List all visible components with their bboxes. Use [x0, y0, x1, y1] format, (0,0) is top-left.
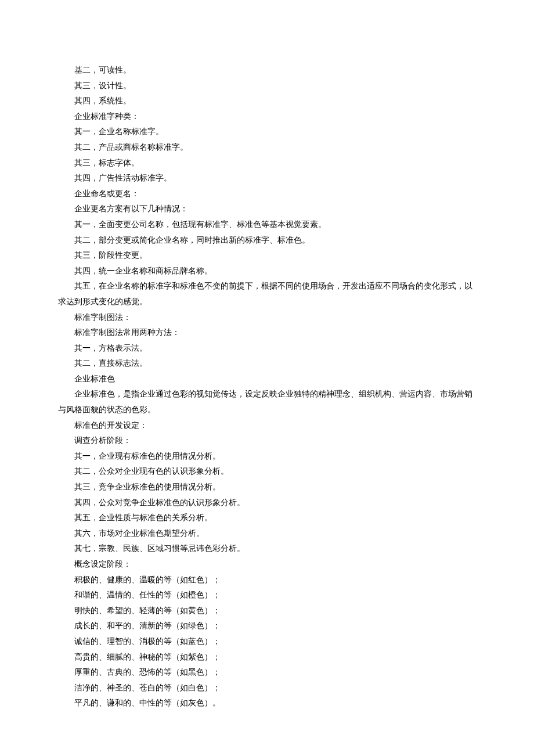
text-line: 积极的、健康的、温暖的等（如红色）；: [58, 573, 476, 588]
text-line: 其四，公众对竞争企业标准色的认识形象分析。: [58, 495, 476, 511]
document-body: 基二，可读性。 其三，设计性。 其四，系统性。 企业标准字种类： 其一，企业名称…: [58, 63, 476, 711]
text-line: 其三，竞争企业标准色的使用情况分析。: [58, 480, 476, 495]
text-line: 调查分析阶段：: [58, 433, 476, 449]
text-line: 平凡的、谦和的、中性的等（如灰色）。: [58, 696, 476, 711]
text-line: 其一，企业现有标准色的使用情况分析。: [58, 449, 476, 465]
text-line: 其四，统一企业名称和商标品牌名称。: [58, 264, 476, 279]
text-line: 标准色的开发设定：: [58, 418, 476, 434]
text-line: 其二，公众对企业现有色的认识形象分析。: [58, 464, 476, 480]
text-line: 厚重的、古典的、恐怖的等（如黑色）；: [58, 665, 476, 681]
text-line: 其六，市场对企业标准色期望分析。: [58, 526, 476, 542]
text-line: 其二，部分变更或简化企业名称，同时推出新的标准字、标准色。: [58, 233, 476, 249]
text-line: 企业标准色: [58, 372, 476, 387]
text-line: 明快的、希望的、轻薄的等（如黄色）；: [58, 603, 476, 619]
text-line: 其三，设计性。: [58, 78, 476, 94]
text-line: 成长的、和平的、清新的等（如绿色）；: [58, 618, 476, 634]
text-line: 其四，广告性活动标准字。: [58, 171, 476, 186]
text-line: 其一，全面变更公司名称，包括现有标准字、标准色等基本视觉要素。: [58, 217, 476, 233]
text-line: 标准字制图法常用两种方法：: [58, 325, 476, 341]
text-line: 高贵的、细腻的、神秘的等（如紫色）；: [58, 650, 476, 665]
text-line: 其四，系统性。: [58, 93, 476, 109]
text-line: 企业标准色，是指企业通过色彩的视知觉传达，设定反映企业独特的精神理念、组织机构、…: [58, 387, 476, 417]
text-line: 其三，标志字体。: [58, 156, 476, 171]
text-line: 和谐的、温情的、任性的等（如橙色）；: [58, 588, 476, 603]
text-line: 企业命名或更名：: [58, 186, 476, 202]
text-line: 其一，方格表示法。: [58, 341, 476, 357]
text-line: 企业更名方案有以下几种情况：: [58, 201, 476, 217]
text-line: 其五，在企业名称的标准字和标准色不变的前提下，根据不同的使用场合，开发出适应不同…: [58, 279, 476, 309]
text-line: 其二，直接标志法。: [58, 356, 476, 372]
text-line: 标准字制图法：: [58, 310, 476, 326]
text-line: 诚信的、理智的、消极的等（如蓝色）；: [58, 634, 476, 650]
text-line: 其三，阶段性变更。: [58, 248, 476, 264]
text-line: 其七，宗教、民族、区域习惯等忌讳色彩分析。: [58, 541, 476, 557]
text-line: 洁净的、神圣的、苍白的等（如白色）；: [58, 681, 476, 696]
text-line: 其一，企业名称标准字。: [58, 124, 476, 140]
text-line: 企业标准字种类：: [58, 109, 476, 125]
text-line: 其五，企业性质与标准色的关系分析。: [58, 510, 476, 526]
text-line: 基二，可读性。: [58, 63, 476, 78]
text-line: 其二，产品或商标名称标准字。: [58, 140, 476, 156]
text-line: 概念设定阶段：: [58, 557, 476, 573]
